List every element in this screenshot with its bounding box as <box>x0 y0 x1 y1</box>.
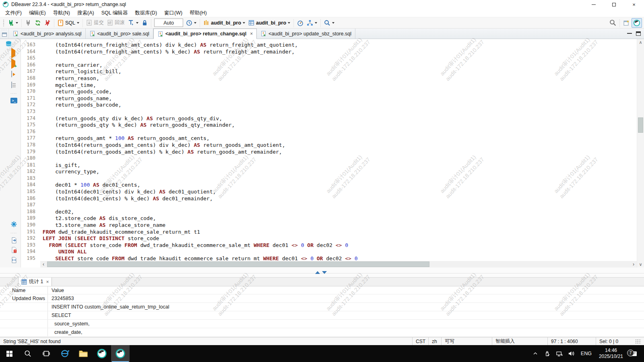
menu-item[interactable]: 数据库(D) <box>131 9 161 17</box>
menu-item[interactable]: 编辑(E) <box>25 9 50 17</box>
taskbar-search-button[interactable] <box>19 345 37 362</box>
menu-item[interactable]: 帮助(H) <box>186 9 210 17</box>
terminal-button[interactable]: >_ <box>10 98 17 103</box>
code-line[interactable]: 183 <box>21 175 637 182</box>
minimize-button[interactable] <box>584 0 604 9</box>
problems-view-button[interactable] <box>11 247 17 255</box>
execute-new-tab-button[interactable]: + <box>11 61 15 66</box>
sash-expand-down-icon[interactable] <box>322 271 327 274</box>
start-button[interactable] <box>0 345 19 362</box>
dbeaver-taskbar-button[interactable] <box>93 345 111 362</box>
code-line[interactable]: 179 (toInt64(return_goods_amt_cents) % k… <box>21 149 637 156</box>
er-diagram-button[interactable] <box>305 18 318 28</box>
database-navigator-icon[interactable] <box>5 41 12 49</box>
open-perspective-button[interactable] <box>622 18 631 28</box>
code-line[interactable]: 164 (toInt64(return_freight_amt_cents) %… <box>21 49 637 56</box>
code-line[interactable]: 169 mgclear_time, <box>21 82 637 89</box>
status-cell[interactable]: CST <box>412 337 428 345</box>
panel-sash[interactable] <box>0 267 644 278</box>
editor-tab[interactable]: <audit_bi_pro> return_change.sql× <box>153 29 257 39</box>
editor-tab[interactable]: <audit_bi_pro> analysis.sql <box>9 29 86 39</box>
status-cell[interactable]: zh <box>428 337 441 345</box>
file-explorer-button[interactable] <box>74 345 93 362</box>
new-connection-button[interactable] <box>6 18 19 28</box>
code-line[interactable]: 185 (toInt64(dec01_cents) div k_dec) AS … <box>21 189 637 195</box>
stats-row[interactable]: create_date, <box>0 328 644 337</box>
quick-search-button[interactable] <box>608 18 617 28</box>
code-line[interactable]: 170 return_goods_code, <box>21 88 637 95</box>
menu-item[interactable]: 搜索(A) <box>74 9 98 17</box>
code-line[interactable]: 165 <box>21 55 637 62</box>
menu-item[interactable]: 文件(F) <box>2 9 25 17</box>
code-line[interactable]: 174 (return_goods_qty div k_dec) AS retu… <box>21 115 637 122</box>
network-icon[interactable] <box>554 351 565 357</box>
lock-icon[interactable] <box>140 18 149 28</box>
code-line[interactable]: 195 SELECT store_code FROM dwd_trade_hka… <box>21 255 637 261</box>
status-grip[interactable] <box>635 339 641 344</box>
tab-close-icon[interactable]: × <box>250 31 253 37</box>
code-line[interactable]: 176 <box>21 129 637 136</box>
sql-editor[interactable]: 163 (toInt64(return_freight_amt_cents) d… <box>21 39 637 267</box>
code-line[interactable]: 188 dec02, <box>21 209 637 216</box>
stats-row[interactable]: INSERT INTO custom_online_sale_return_tm… <box>0 303 644 311</box>
editor-tab[interactable]: <audit_bi_pro> sale.sql <box>86 29 153 39</box>
code-line[interactable]: 172 return_goods_barcode, <box>21 102 637 109</box>
code-line[interactable]: 186 (toInt64(dec01_cents) % k_dec) AS de… <box>21 195 637 202</box>
code-line[interactable]: 178 (toInt64(return_goods_amt_cents) div… <box>21 142 637 149</box>
reconnect-button[interactable] <box>33 18 42 28</box>
code-line[interactable]: 191 FROM dwd_trade_hkaudit_ecommerce_sal… <box>21 229 637 236</box>
maximize-editor-icon[interactable] <box>636 31 641 36</box>
new-sql-editor-button[interactable]: SQL <box>56 18 80 28</box>
explain-plan-button[interactable] <box>11 82 12 88</box>
taskbar-clock[interactable]: 14:46 2025/10/21 <box>596 348 626 360</box>
status-cell[interactable]: Sel: 0 | 0 <box>596 337 632 345</box>
execute-statement-button[interactable] <box>11 50 15 56</box>
dbeaver-taskbar-button-active[interactable] <box>111 345 130 362</box>
transaction-history-button[interactable] <box>185 18 198 28</box>
minimized-view-bar[interactable]: ···· <box>0 29 9 39</box>
code-line[interactable]: 184 dec01 * 100 AS dec01_cents, <box>21 182 637 189</box>
code-line[interactable]: 175 (return_goods_qty % k_dec) AS return… <box>21 122 637 129</box>
execute-script-button[interactable] <box>11 71 12 77</box>
schema-selector[interactable]: audit_bi_pro <box>247 18 291 28</box>
vertical-scrollbar[interactable]: ∧ ∨ <box>637 39 644 267</box>
code-line[interactable]: 163 (toInt64(return_freight_amt_cents) d… <box>21 42 637 49</box>
status-cell[interactable]: 智能插入 <box>492 337 547 345</box>
output-view-button[interactable] <box>11 237 17 245</box>
code-line[interactable]: 168 return_reason, <box>21 75 637 82</box>
code-line[interactable]: 182 currency_type, <box>21 169 637 175</box>
code-area[interactable]: 163 (toInt64(return_freight_amt_cents) d… <box>21 39 637 261</box>
connection-selector[interactable]: audit_bi_pro <box>202 18 246 28</box>
input-language[interactable]: ENG <box>578 351 594 356</box>
search-data-button[interactable] <box>323 18 336 28</box>
code-line[interactable]: 181 is_gift, <box>21 162 637 169</box>
stats-row[interactable]: source_system, <box>0 320 644 328</box>
close-icon[interactable]: × <box>46 279 49 285</box>
sash-collapse-up-icon[interactable] <box>315 271 320 274</box>
code-line[interactable]: 180 <box>21 155 637 162</box>
code-line[interactable]: 177 return_goods_amt * 100 AS return_goo… <box>21 135 637 142</box>
vertical-scroll-thumb[interactable] <box>638 117 643 133</box>
commit-button[interactable]: 提交 <box>85 18 105 28</box>
variables-view-button[interactable] <box>11 257 17 265</box>
volume-icon[interactable] <box>566 350 577 357</box>
task-view-button[interactable] <box>37 345 56 362</box>
tab-statistics[interactable]: 统计 1 × <box>18 277 52 286</box>
connect-button[interactable] <box>24 18 33 28</box>
code-line[interactable]: 192 LEFT JOIN (SELECT DISTINCT store_cod… <box>21 235 637 242</box>
internet-explorer-button[interactable] <box>56 345 74 362</box>
menu-item[interactable]: 导航(N) <box>50 9 74 17</box>
commit-mode-select[interactable]: Auto <box>154 19 183 27</box>
action-center-button[interactable]: 7 <box>628 350 640 357</box>
rollback-button[interactable]: 回滚 <box>106 18 126 28</box>
usb-device-icon[interactable] <box>542 350 553 357</box>
dbeaver-perspective-button[interactable] <box>632 18 642 28</box>
scroll-down-icon[interactable]: ∨ <box>639 261 642 267</box>
status-cell[interactable]: 97 : 1 : 4060 <box>547 337 596 345</box>
status-cell[interactable]: 可写 <box>441 337 492 345</box>
editor-tab[interactable]: <audit_bi_pro> update_sbz_store.sql <box>257 29 355 39</box>
minimize-editor-icon[interactable] <box>627 32 632 34</box>
menu-item[interactable]: 窗口(W) <box>161 9 186 17</box>
stats-row[interactable]: SELECT <box>0 311 644 320</box>
disconnect-button[interactable] <box>43 18 52 28</box>
